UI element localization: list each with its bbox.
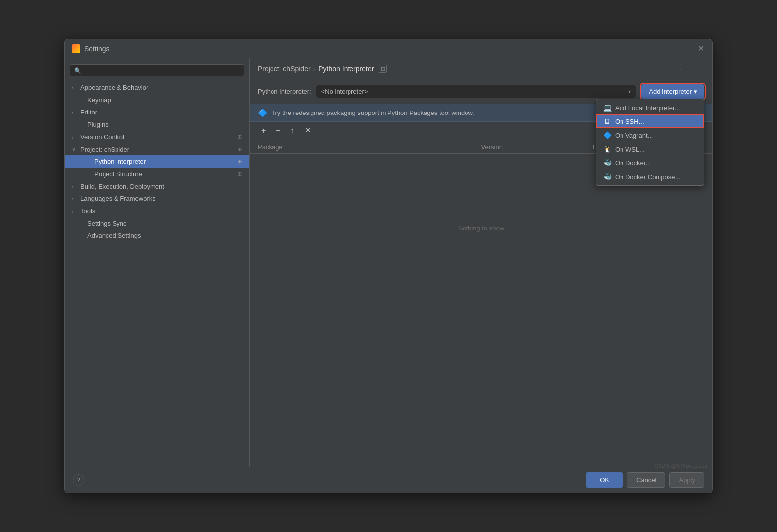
arrow-icon: ›: [72, 85, 78, 91]
db-icon: ⊞: [237, 158, 244, 165]
app-icon: [72, 44, 80, 53]
sidebar-item-keymap[interactable]: Keymap: [65, 94, 249, 106]
breadcrumb-db-icon: ⊞: [379, 65, 387, 73]
back-button[interactable]: ←: [675, 63, 689, 74]
search-box[interactable]: 🔍: [70, 64, 244, 76]
dropdown-item-label: Add Local Interpreter...: [615, 104, 680, 112]
sidebar-item-plugins[interactable]: Plugins: [65, 118, 249, 131]
close-button[interactable]: ✕: [697, 44, 705, 53]
sidebar-item-version-control[interactable]: › Version Control ⊞: [65, 131, 249, 143]
sidebar-item-project[interactable]: ∨ Project: chSpider ⊞: [65, 143, 249, 155]
interpreter-value: <No interpreter>: [321, 88, 368, 95]
dropdown-item-label: On SSH...: [615, 118, 644, 125]
sidebar-item-label: Version Control: [80, 133, 234, 141]
forward-button[interactable]: →: [691, 63, 704, 74]
interpreter-row: Python Interpreter: <No interpreter> ▾ A…: [250, 79, 712, 104]
sidebar: 🔍 › Appearance & Behavior Keymap › Edito…: [65, 58, 250, 467]
show-paths-button[interactable]: 👁: [301, 125, 315, 137]
dropdown-item-label: On Docker Compose...: [615, 173, 680, 181]
footer-buttons: OK Cancel Apply: [586, 472, 704, 488]
arrow-icon: ›: [72, 134, 78, 140]
sidebar-item-label: Languages & Frameworks: [80, 195, 244, 202]
col-version: Version: [481, 143, 593, 151]
sidebar-item-label: Tools: [80, 207, 244, 215]
sidebar-item-label: Settings Sync: [87, 220, 244, 227]
package-table: Package Version Latest version Nothing t…: [250, 140, 712, 467]
arrow-icon: ›: [72, 196, 78, 202]
sidebar-item-label: Project Structure: [94, 170, 234, 178]
sidebar-item-advanced-settings[interactable]: Advanced Settings: [65, 229, 249, 242]
breadcrumb: Project: chSpider › Python Interpreter ⊞: [258, 65, 387, 73]
arrow-icon: ›: [72, 110, 78, 115]
dialog-body: 🔍 › Appearance & Behavior Keymap › Edito…: [65, 58, 712, 467]
dialog-title: Settings: [72, 44, 110, 53]
breadcrumb-parent: Project: chSpider: [258, 65, 311, 73]
nav-arrows: ← →: [675, 63, 704, 74]
dropdown-item-label: On WSL...: [615, 146, 645, 153]
search-input[interactable]: [84, 67, 240, 74]
add-interpreter-arrow-icon: ▾: [694, 88, 697, 95]
arrow-icon: ›: [72, 184, 78, 190]
up-package-button[interactable]: ↑: [287, 125, 298, 137]
docker-icon: 🐳: [603, 159, 611, 167]
add-interpreter-container: Add Interpreter ▾ 💻 Add Local Interprete…: [641, 84, 704, 99]
wsl-icon: 🐧: [603, 145, 611, 153]
sidebar-item-build[interactable]: › Build, Execution, Deployment: [65, 180, 249, 192]
add-package-button[interactable]: +: [258, 125, 269, 137]
dialog-titlebar: Settings ✕: [65, 39, 712, 58]
dropdown-item-on-wsl[interactable]: 🐧 On WSL...: [596, 142, 704, 156]
interpreter-label: Python Interpreter:: [258, 88, 311, 95]
dialog-title-text: Settings: [84, 45, 110, 53]
sidebar-item-project-structure[interactable]: Project Structure ⊞: [65, 168, 249, 180]
dropdown-item-label: On Vagrant...: [615, 132, 653, 139]
sidebar-item-languages[interactable]: › Languages & Frameworks: [65, 192, 249, 205]
sidebar-item-editor[interactable]: › Editor: [65, 106, 249, 118]
dialog-footer: ? OK Cancel Apply: [65, 467, 712, 493]
sidebar-item-label: Appearance & Behavior: [80, 84, 244, 91]
interpreter-select[interactable]: <No interpreter> ▾: [316, 85, 637, 98]
dropdown-item-on-docker[interactable]: 🐳 On Docker...: [596, 156, 704, 170]
sidebar-item-settings-sync[interactable]: Settings Sync: [65, 217, 249, 229]
db-icon: ⊞: [237, 146, 244, 153]
dropdown-item-label: On Docker...: [615, 159, 651, 167]
sidebar-item-tools[interactable]: › Tools: [65, 205, 249, 217]
db-icon: ⊞: [237, 134, 244, 141]
dropdown-item-on-docker-compose[interactable]: 🐳 On Docker Compose...: [596, 170, 704, 184]
settings-dialog: Settings ✕ 🔍 › Appearance & Behavior Key…: [64, 39, 713, 493]
sidebar-item-appearance[interactable]: › Appearance & Behavior: [65, 81, 249, 94]
breadcrumb-current: Python Interpreter: [318, 65, 374, 73]
arrow-icon: ›: [72, 208, 78, 214]
breadcrumb-separator: ›: [313, 65, 316, 73]
db-icon: ⊞: [237, 171, 244, 178]
dropdown-item-on-vagrant[interactable]: 🔷 On Vagrant...: [596, 128, 704, 142]
collapse-arrow-icon: ∨: [72, 146, 78, 152]
ok-button[interactable]: OK: [586, 472, 623, 488]
computer-icon: 💻: [603, 104, 611, 112]
sidebar-item-label: Python Interpreter: [94, 158, 234, 165]
main-content: Project: chSpider › Python Interpreter ⊞…: [250, 58, 712, 467]
ssh-icon: 🖥: [603, 117, 611, 125]
sidebar-item-label: Project: chSpider: [80, 146, 234, 153]
search-icon: 🔍: [74, 67, 81, 74]
sidebar-item-label: Advanced Settings: [87, 232, 244, 239]
sidebar-item-label: Plugins: [87, 121, 244, 128]
col-package: Package: [258, 143, 481, 151]
add-interpreter-button[interactable]: Add Interpreter ▾: [641, 84, 704, 99]
info-icon: 🔷: [258, 108, 268, 117]
cancel-button[interactable]: Cancel: [627, 472, 665, 488]
add-interpreter-dropdown: 💻 Add Local Interpreter... 🖥 On SSH... 🔷…: [596, 99, 704, 186]
watermark: CSDN @NRlovestudy: [654, 463, 707, 469]
remove-package-button[interactable]: −: [272, 125, 283, 137]
sidebar-item-label: Editor: [80, 109, 244, 116]
select-arrow-icon: ▾: [628, 89, 631, 94]
add-interpreter-label: Add Interpreter: [649, 88, 692, 95]
dropdown-item-add-local[interactable]: 💻 Add Local Interpreter...: [596, 101, 704, 114]
apply-button[interactable]: Apply: [669, 472, 704, 488]
breadcrumb-bar: Project: chSpider › Python Interpreter ⊞…: [250, 58, 712, 79]
sidebar-item-python-interpreter[interactable]: Python Interpreter ⊞: [65, 155, 249, 168]
sidebar-item-label: Keymap: [87, 96, 244, 104]
dropdown-item-on-ssh[interactable]: 🖥 On SSH...: [596, 114, 704, 128]
sidebar-item-label: Build, Execution, Deployment: [80, 183, 244, 190]
docker-compose-icon: 🐳: [603, 173, 611, 181]
help-button[interactable]: ?: [73, 474, 84, 486]
